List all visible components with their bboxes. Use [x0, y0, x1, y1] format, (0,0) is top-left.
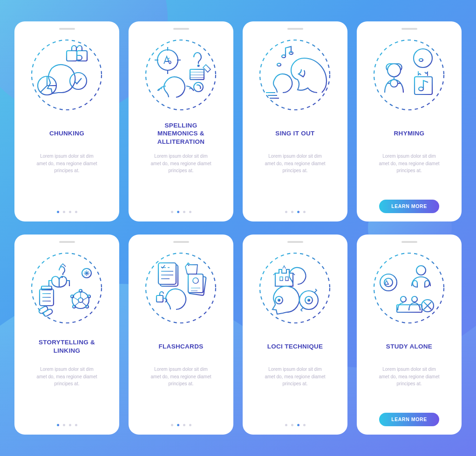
svg-point-55: [412, 296, 417, 302]
svg-point-16: [374, 40, 444, 110]
svg-point-7: [146, 40, 216, 110]
svg-point-17: [388, 64, 401, 77]
svg-point-49: [308, 299, 310, 301]
pagination-dots[interactable]: [171, 204, 191, 213]
svg-rect-39: [158, 263, 176, 284]
svg-point-30: [78, 298, 83, 302]
phone-speaker: [401, 241, 417, 243]
card-body: Lorem ipsum dolor sit dim amet do, mea r…: [150, 366, 211, 394]
svg-point-22: [419, 87, 423, 91]
svg-point-32: [88, 295, 90, 298]
learn-more-button[interactable]: LEARN MORE: [379, 413, 439, 426]
pagination-dots[interactable]: [285, 204, 306, 213]
svg-rect-28: [43, 308, 53, 317]
learn-more-button[interactable]: LEARN MORE: [379, 200, 439, 213]
phone-speaker: [59, 28, 75, 30]
phone-speaker: [401, 28, 417, 30]
svg-point-35: [71, 295, 74, 298]
svg-point-15: [277, 63, 281, 66]
onboarding-cards-grid: CHUNKING Lorem ipsum dolor sit dim amet …: [0, 0, 476, 456]
card-body: Lorem ipsum dolor sit dim amet do, mea r…: [265, 153, 325, 181]
rhyming-icon: [370, 35, 449, 114]
card-body: Lorem ipsum dolor sit dim amet do, mea r…: [36, 153, 97, 181]
svg-point-8: [157, 50, 178, 70]
pagination-dots[interactable]: [57, 204, 77, 213]
card-flashcards: FLASHCARDS Lorem ipsum dolor sit dim ame…: [129, 235, 233, 435]
card-title: CHUNKING: [49, 121, 84, 146]
phone-speaker: [287, 241, 303, 243]
card-title: RHYMING: [394, 121, 425, 146]
card-title: STORYTELLING & LINKING: [39, 334, 95, 359]
svg-point-51: [416, 266, 426, 275]
sing-icon: [256, 35, 335, 114]
phone-speaker: [59, 241, 75, 243]
svg-rect-43: [156, 295, 163, 302]
card-body: Lorem ipsum dolor sit dim amet do, mea r…: [265, 366, 325, 394]
storytelling-icon: [27, 248, 107, 328]
chunking-icon: [27, 35, 107, 114]
svg-point-9: [198, 65, 199, 66]
svg-rect-10: [190, 69, 204, 80]
card-spelling: SPELLING MNEMONICS & ALLITERATION Lorem …: [129, 21, 233, 221]
card-title: SING IT OUT: [275, 121, 314, 146]
svg-point-11: [194, 82, 203, 92]
svg-point-52: [380, 274, 397, 291]
pagination-dots[interactable]: [57, 417, 77, 426]
card-body: Lorem ipsum dolor sit dim amet do, mea r…: [379, 153, 439, 181]
card-body: Lorem ipsum dolor sit dim amet do, mea r…: [150, 153, 211, 181]
svg-point-54: [401, 296, 406, 302]
phone-speaker: [287, 28, 303, 30]
card-loci: LOCI TECHNIQUE Lorem ipsum dolor sit dim…: [243, 235, 347, 435]
svg-point-13: [282, 55, 286, 58]
loci-icon: [256, 248, 335, 328]
card-title: STUDY ALONE: [386, 334, 432, 359]
svg-point-12: [260, 40, 330, 110]
card-storytelling: STORYTELLING & LINKING Lorem ipsum dolor…: [14, 235, 119, 435]
card-chunking: CHUNKING Lorem ipsum dolor sit dim amet …: [14, 21, 119, 221]
svg-point-3: [70, 73, 87, 89]
spelling-icon: [142, 35, 221, 114]
svg-point-24: [61, 276, 62, 277]
pagination-dots[interactable]: [285, 417, 306, 426]
card-body: Lorem ipsum dolor sit dim amet do, mea r…: [36, 366, 97, 394]
svg-point-2: [32, 40, 102, 110]
svg-point-37: [146, 253, 216, 323]
card-sing-it-out: SING IT OUT Lorem ipsum dolor sit dim am…: [243, 21, 347, 221]
svg-point-23: [32, 253, 102, 323]
pagination-dots[interactable]: [171, 417, 191, 426]
card-title: LOCI TECHNIQUE: [267, 334, 323, 359]
svg-point-20: [419, 59, 423, 61]
card-title: FLASHCARDS: [159, 334, 204, 359]
svg-point-46: [278, 299, 280, 301]
card-study-alone: STUDY ALONE Lorem ipsum dolor sit dim am…: [357, 235, 462, 435]
card-body: Lorem ipsum dolor sit dim amet do, mea r…: [379, 366, 439, 394]
svg-point-31: [79, 289, 82, 292]
phone-speaker: [173, 241, 189, 243]
card-rhyming: RHYMING Lorem ipsum dolor sit dim amet d…: [357, 21, 462, 221]
flashcards-icon: [142, 248, 221, 328]
svg-point-44: [260, 253, 330, 323]
svg-rect-4: [67, 51, 77, 61]
svg-point-18: [390, 80, 398, 87]
study-alone-icon: [370, 248, 449, 328]
card-title: SPELLING MNEMONICS & ALLITERATION: [157, 121, 205, 146]
phone-speaker: [173, 28, 189, 30]
